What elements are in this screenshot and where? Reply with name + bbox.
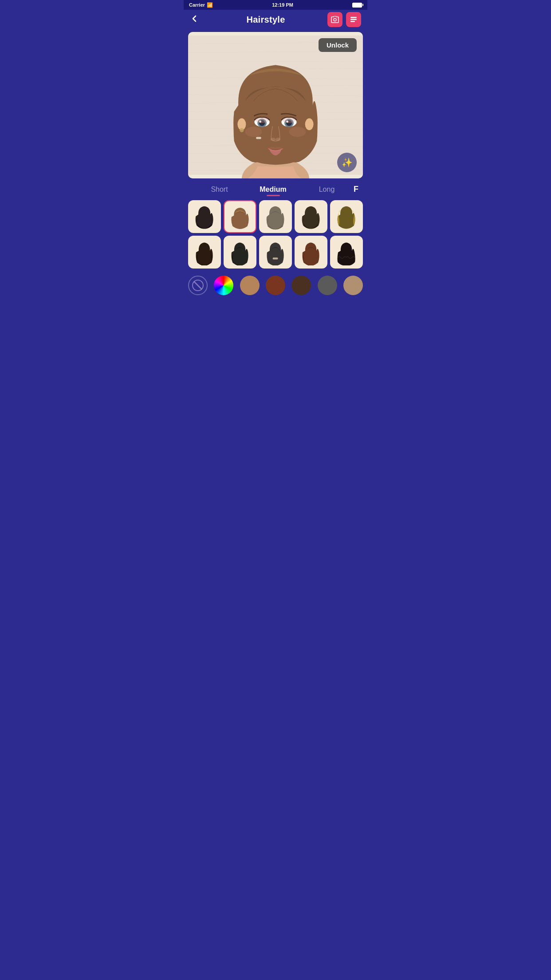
carrier-label: Carrier — [189, 2, 205, 8]
wifi-icon: 📶 — [207, 2, 213, 8]
svg-rect-58 — [273, 258, 278, 260]
hairstyle-item-4[interactable] — [295, 200, 327, 233]
battery-icon — [352, 3, 362, 8]
hairstyle-item-1[interactable] — [188, 200, 221, 233]
color-gray[interactable] — [318, 276, 337, 295]
svg-point-39 — [245, 127, 262, 137]
magic-button[interactable]: ✨ — [337, 153, 357, 172]
tabs-row: Short Medium Long F — [184, 181, 367, 197]
hairstyle-item-9[interactable] — [295, 236, 327, 269]
back-button[interactable] — [190, 14, 204, 25]
svg-rect-3 — [350, 21, 355, 22]
status-bar: Carrier 📶 12:19 PM — [184, 0, 367, 10]
list-button[interactable] — [346, 12, 361, 27]
color-brown-dark[interactable] — [266, 276, 285, 295]
status-bar-time: 12:19 PM — [272, 2, 293, 8]
tab-medium[interactable]: Medium — [246, 186, 300, 196]
svg-rect-2 — [350, 19, 357, 20]
svg-point-31 — [255, 117, 268, 123]
color-rainbow[interactable] — [214, 276, 233, 295]
header: Hairstyle — [184, 10, 367, 29]
svg-point-36 — [282, 117, 295, 123]
tab-long[interactable]: Long — [300, 186, 354, 196]
tab-short[interactable]: Short — [193, 186, 246, 196]
face-image — [188, 32, 363, 178]
color-brown-light[interactable] — [240, 276, 260, 295]
color-tan[interactable] — [343, 276, 363, 295]
hairstyle-item-5[interactable] — [330, 200, 363, 233]
hairstyle-grid — [184, 197, 367, 272]
status-bar-left: Carrier 📶 — [189, 2, 213, 8]
svg-point-0 — [334, 19, 336, 21]
svg-line-64 — [194, 281, 202, 289]
hairstyle-item-3[interactable] — [259, 200, 292, 233]
gender-label[interactable]: F — [354, 185, 358, 197]
svg-point-25 — [240, 128, 244, 132]
color-dark-brown[interactable] — [291, 276, 311, 295]
magic-icon: ✨ — [342, 157, 353, 168]
hairstyle-item-2[interactable] — [224, 200, 256, 233]
header-actions — [327, 12, 361, 27]
svg-point-37 — [271, 138, 276, 141]
svg-point-40 — [289, 127, 306, 137]
camera-button[interactable] — [327, 12, 342, 27]
svg-rect-1 — [350, 17, 357, 18]
svg-point-26 — [305, 119, 314, 130]
color-none[interactable] — [188, 276, 208, 295]
svg-point-38 — [276, 138, 280, 141]
status-bar-right — [352, 3, 362, 8]
hairstyle-item-7[interactable] — [224, 236, 256, 269]
color-row — [184, 272, 367, 299]
svg-rect-41 — [256, 137, 261, 139]
main-image-area: Unlock ✨ — [188, 32, 363, 178]
hairstyle-item-6[interactable] — [188, 236, 221, 269]
hairstyle-item-8[interactable] — [259, 236, 292, 269]
unlock-button[interactable]: Unlock — [319, 38, 357, 52]
page-title: Hairstyle — [246, 15, 285, 25]
hairstyle-item-10[interactable] — [330, 236, 363, 269]
